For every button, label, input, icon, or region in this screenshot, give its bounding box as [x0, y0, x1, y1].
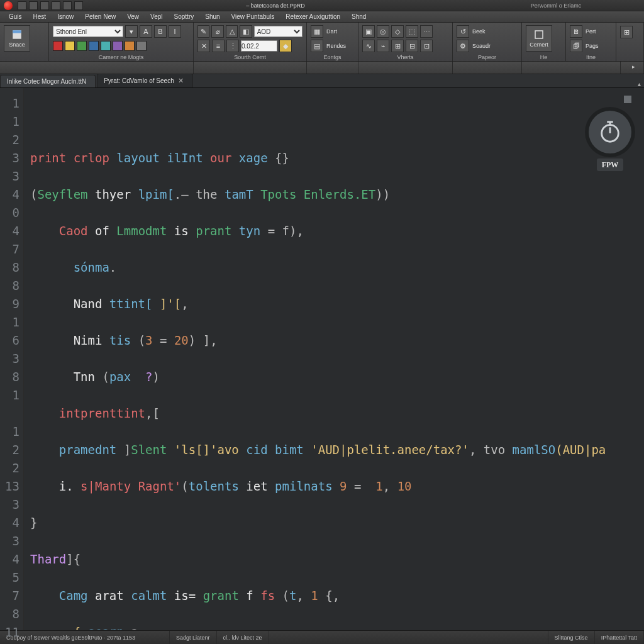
- menu-item[interactable]: Shnd: [347, 13, 371, 20]
- toolbar-icon[interactable]: 🗐: [570, 40, 582, 52]
- toolbar-icon[interactable]: ∿: [362, 40, 375, 52]
- color-swatch[interactable]: [136, 41, 147, 51]
- status-segment[interactable]: Slittang Ctise: [548, 631, 595, 644]
- color-swatch[interactable]: [89, 41, 99, 51]
- window-titlebar: – batetcoona det.PpRD Perwomml o Eriamc: [0, 0, 644, 11]
- toolbar-icon[interactable]: I: [169, 25, 181, 38]
- color-swatch[interactable]: [125, 41, 135, 51]
- toolbar-icon[interactable]: ▣: [362, 25, 375, 38]
- toolbar-icon[interactable]: ≡: [212, 40, 225, 52]
- stopwatch-icon[interactable]: [589, 111, 631, 153]
- fpw-badge: FPW: [597, 158, 624, 171]
- ribbon-subtabs: ▸: [0, 62, 644, 74]
- toolbar-icon[interactable]: ▤: [311, 40, 323, 52]
- font-select[interactable]: Sthond Enl: [53, 26, 123, 37]
- toolbar-icon[interactable]: ◆: [279, 40, 292, 52]
- toolbar-icon[interactable]: ✕: [197, 40, 210, 52]
- toolbar-icon[interactable]: ◇: [391, 25, 404, 38]
- file-tab-active[interactable]: Pyrat: CdVamlo of Seech✕: [97, 74, 193, 87]
- color-swatch[interactable]: [101, 41, 111, 51]
- status-segment[interactable]: IPhattettal Tatt: [595, 631, 644, 644]
- file-tab[interactable]: Inlike Cotec Mogor Aucln.ttN: [0, 75, 96, 87]
- subtab[interactable]: [522, 62, 621, 74]
- menu-item[interactable]: Isnow: [52, 13, 79, 20]
- quick-access-icons[interactable]: [18, 1, 83, 10]
- toolbar-icon[interactable]: 🗎: [570, 25, 582, 38]
- dropdown-icon[interactable]: ▾: [125, 25, 138, 38]
- ribbon-label: Pert: [586, 28, 596, 35]
- file-tab-label: Inlike Cotec Mogor Aucln.ttN: [7, 78, 86, 85]
- menu-item[interactable]: Guis: [4, 13, 27, 20]
- widget-handle-icon[interactable]: [624, 96, 631, 103]
- toolbar-icon[interactable]: ⊟: [406, 40, 418, 52]
- subtab-arrow[interactable]: ▸: [621, 62, 644, 74]
- menu-item[interactable]: Sopttry: [169, 13, 199, 20]
- subtab[interactable]: [358, 62, 453, 74]
- color-swatch[interactable]: [65, 41, 75, 51]
- toolbar-icon[interactable]: ✎: [197, 25, 209, 38]
- panel-label: Eontgs: [307, 54, 358, 60]
- toolbar-icon[interactable]: ⬚: [406, 25, 418, 38]
- svg-rect-1: [13, 30, 21, 33]
- code-area[interactable]: print crlop layout ilInt our xage {} (Se…: [24, 88, 644, 630]
- toolbar-icon[interactable]: A: [140, 25, 152, 38]
- color-swatch[interactable]: [53, 41, 63, 51]
- toolbar-icon[interactable]: ◧: [240, 25, 252, 38]
- aod-select[interactable]: AOD: [254, 26, 303, 37]
- ribbon-label: Rendes: [326, 43, 346, 49]
- color-swatch[interactable]: [113, 41, 123, 51]
- code-editor[interactable]: 1123 3404 7889 1638 112 21334 3457 81119…: [0, 88, 644, 630]
- menu-bar: Guis Hest Isnow Peten New Vew Vepl Soptt…: [0, 11, 644, 23]
- scroll-up-icon[interactable]: ▴: [634, 80, 644, 87]
- menu-item[interactable]: Peten New: [80, 13, 121, 20]
- file-tab-label: Pyrat: CdVamlo of Seech: [104, 77, 174, 84]
- color-swatch[interactable]: [77, 41, 87, 51]
- toolbar-icon[interactable]: ⚙: [457, 40, 469, 52]
- panel-label: Papeor: [453, 54, 521, 60]
- close-window-icon[interactable]: [4, 1, 13, 10]
- panel-label: Itne: [566, 54, 616, 60]
- svg-rect-2: [535, 31, 543, 38]
- window-title: – batetcoona det.PpRD: [83, 3, 468, 9]
- menu-item[interactable]: Vew: [122, 13, 144, 20]
- toolbar-icon[interactable]: B: [154, 25, 167, 38]
- toolbar-icon[interactable]: △: [226, 25, 238, 38]
- ribbon-toolbar: Snace Sthond Enl ▾ A B I Camenr ne Mogts…: [0, 23, 644, 62]
- panel-label: He: [522, 54, 565, 60]
- toolbar-icon[interactable]: ⊡: [420, 40, 433, 52]
- status-segment[interactable]: Sadgt Liatenr: [170, 631, 217, 644]
- status-segment: Coupoy of Sewer Wealtls goE59ltPuto · 20…: [0, 631, 170, 644]
- toolbar-icon[interactable]: ▦: [311, 25, 323, 38]
- toolbar-icon[interactable]: ⋯: [420, 25, 433, 38]
- menu-item[interactable]: Retexer Auxiguttion: [280, 13, 345, 20]
- menu-item[interactable]: Shun: [200, 13, 225, 20]
- toolbar-icon[interactable]: ↺: [457, 25, 469, 38]
- subtab[interactable]: [453, 62, 522, 74]
- subtab[interactable]: [194, 62, 307, 74]
- menu-item[interactable]: Vepl: [145, 13, 167, 20]
- line-gutter: 1123 3404 7889 1638 112 21334 3457 81119…: [0, 88, 24, 630]
- panel-label: Sourth Cemt: [194, 54, 306, 60]
- file-tab-bar: Inlike Cotec Mogor Aucln.ttN Pyrat: CdVa…: [0, 74, 644, 88]
- toolbar-icon[interactable]: ⋮: [226, 40, 239, 52]
- numeric-input[interactable]: [241, 40, 277, 52]
- menu-item[interactable]: Hest: [28, 13, 52, 20]
- floating-widget: FPW: [589, 96, 631, 171]
- panel-label: Vherts: [358, 54, 452, 60]
- subtab[interactable]: [0, 62, 194, 74]
- panel-label: Camenr ne Mogts: [49, 54, 193, 60]
- close-tab-icon[interactable]: ✕: [178, 77, 184, 85]
- status-spacer: [269, 631, 548, 644]
- toolbar-icon[interactable]: ◎: [377, 25, 389, 38]
- toolbar-icon[interactable]: ⊞: [620, 26, 633, 38]
- ribbon-label: Pags: [586, 43, 599, 49]
- toolbar-icon[interactable]: ⊞: [391, 40, 404, 52]
- comert-button[interactable]: Cemert: [526, 25, 552, 52]
- toolbar-icon[interactable]: ⌀: [211, 25, 223, 38]
- snace-button[interactable]: Snace: [4, 25, 30, 52]
- toolbar-icon[interactable]: ⌁: [377, 40, 389, 52]
- status-segment[interactable]: cl.. ldv Litect 2e: [217, 631, 269, 644]
- menu-item[interactable]: View Puntabuls: [226, 13, 280, 20]
- subtab[interactable]: [307, 62, 358, 74]
- ribbon-label: Beek: [472, 28, 486, 35]
